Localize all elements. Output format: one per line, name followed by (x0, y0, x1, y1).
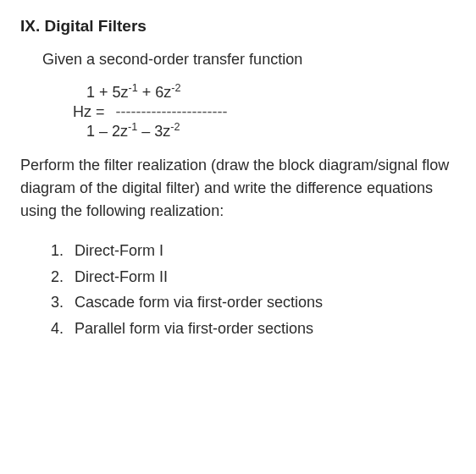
equation-denominator: 1 – 2z-1 – 3z-2 (73, 121, 180, 141)
equation-numerator: 1 + 5z-1 + 6z-2 (73, 84, 180, 103)
list-label: Direct-Form I (75, 238, 163, 264)
list-number: 4. (51, 316, 75, 342)
instructions-text: Perform the filter realization (draw the… (20, 154, 456, 223)
list-number: 3. (51, 289, 75, 316)
list-label: Direct-Form II (75, 264, 168, 290)
fraction-line: ---------------------- (116, 103, 228, 120)
given-text: Given a second-order transfer function (42, 51, 456, 69)
equation-lhs-row: Hz = ---------------------- (73, 103, 227, 121)
list-number: 1. (51, 238, 75, 264)
list-item: 1. Direct-Form I (51, 238, 456, 264)
realization-list: 1. Direct-Form I 2. Direct-Form II 3. Ca… (51, 238, 456, 341)
list-item: 3. Cascade form via first-order sections (51, 289, 456, 316)
transfer-function-equation: 1 + 5z-1 + 6z-2 Hz = -------------------… (73, 84, 456, 141)
list-item: 2. Direct-Form II (51, 264, 456, 290)
list-label: Cascade form via first-order sections (75, 289, 323, 316)
list-label: Parallel form via first-order sections (75, 316, 313, 342)
equation-lhs: Hz = (73, 103, 109, 120)
section-heading: IX. Digital Filters (20, 17, 456, 36)
list-number: 2. (51, 264, 75, 290)
list-item: 4. Parallel form via first-order section… (51, 316, 456, 342)
